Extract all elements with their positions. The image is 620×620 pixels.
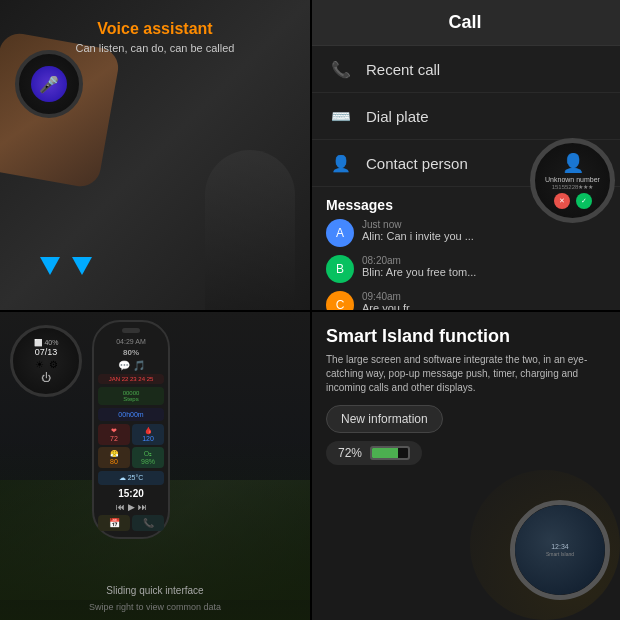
watch-icons-row: ☀ ⚙ — [35, 359, 58, 370]
person-silhouette-icon: 👤 — [562, 152, 584, 174]
voice-title: Voice assistant — [0, 20, 310, 38]
health-tiles: ❤72 🩸120 😤80 O₂98% — [98, 424, 164, 468]
battery-fill — [372, 448, 398, 458]
heart-tile: ❤72 — [98, 424, 130, 445]
calendar-app[interactable]: 📅 — [98, 515, 130, 531]
person-silhouette — [205, 150, 295, 310]
power-icon: ⏻ — [41, 372, 51, 383]
arrow-down-2 — [72, 257, 92, 275]
sliding-label-text: Sliding quick interface — [106, 585, 203, 596]
dial-plate-label: Dial plate — [366, 108, 429, 125]
accept-button[interactable]: ✓ — [576, 193, 592, 209]
prev-icon[interactable]: ⏮ — [116, 502, 125, 512]
watch-icons-row2: ⏻ — [41, 372, 51, 383]
decline-button[interactable]: ✕ — [554, 193, 570, 209]
sliding-interface-panel: ⬜ 40% 07/13 ☀ ⚙ ⏻ 04:29 AM 80% 💬 🎵 — [0, 310, 310, 620]
phone-app[interactable]: 📞 — [132, 515, 164, 531]
phone-app-icons: 💬 🎵 — [98, 360, 164, 371]
weather-icon: ☀ — [35, 359, 44, 370]
steps-tile: 00000Steps — [98, 387, 164, 405]
battery-percentage: 72% — [338, 446, 362, 460]
smart-island-title: Smart Island function — [326, 326, 604, 347]
music-icon: 🎵 — [133, 360, 145, 371]
contact-label: Contact person — [366, 155, 468, 172]
watch-face-small: ⬜ 40% 07/13 ☀ ⚙ ⏻ — [10, 325, 82, 397]
smart-island-panel: Smart Island function The large screen a… — [310, 310, 620, 620]
settings-icon: ⚙ — [49, 359, 58, 370]
spo2-tile: O₂98% — [132, 447, 164, 468]
msg-content-3: 09:40am Are you fr... — [362, 291, 604, 310]
msg-time-3: 09:40am — [362, 291, 604, 302]
call-header: Call — [310, 0, 620, 46]
watch-island-text: 12:34 Smart Island — [546, 542, 574, 558]
media-controls: ⏮ ▶ ⏭ — [98, 502, 164, 512]
phone-number: 15155228★★★ — [552, 183, 594, 190]
voice-assistant-panel: 🎤 Voice assistant Can listen, can do, ca… — [0, 0, 310, 310]
battery-bar — [370, 446, 410, 460]
mic-icon: 🎤 — [31, 66, 67, 102]
phone-battery-pct: 80% — [98, 348, 164, 357]
phone-icon: 📞 — [330, 58, 352, 80]
swipe-label-text: Swipe right to view common data — [89, 602, 221, 612]
play-icon[interactable]: ▶ — [128, 502, 135, 512]
dialpad-icon: ⌨️ — [330, 105, 352, 127]
vertical-divider — [310, 0, 312, 620]
voice-subtitle: Can listen, can do, can be called — [0, 42, 310, 54]
call-title: Call — [448, 12, 481, 32]
next-icon[interactable]: ⏭ — [138, 502, 147, 512]
watch-battery: ⬜ 40% — [34, 339, 59, 347]
unknown-number-label: Unknown number — [545, 176, 600, 183]
contact-icon: 👤 — [330, 152, 352, 174]
voice-text-area: Voice assistant Can listen, can do, can … — [0, 20, 310, 54]
duration-tile: 00h00m — [98, 408, 164, 421]
watch-circle: 🎤 — [15, 50, 83, 118]
stress-tile: 😤80 — [98, 447, 130, 468]
smart-island-content: Smart Island function The large screen a… — [326, 326, 604, 465]
swipe-label: Swipe right to view common data — [0, 596, 310, 614]
msg-text-3: Are you fr... — [362, 302, 604, 310]
battery-indicator: 72% — [326, 441, 422, 465]
msg-avatar-3: C — [326, 291, 354, 310]
msg-item-3: C 09:40am Are you fr... — [326, 291, 604, 310]
call-watch-display: 👤 Unknown number 15155228★★★ ✕ ✓ — [525, 80, 620, 280]
watch-date: 07/13 — [35, 347, 58, 357]
phone-time-label: 04:29 AM — [98, 338, 164, 345]
call-panel: Call 📞 Recent call ⌨️ Dial plate 👤 Conta… — [310, 0, 620, 310]
footer-time: 15:20 — [98, 488, 164, 499]
watch-bezel: 👤 Unknown number 15155228★★★ ✕ ✓ — [530, 138, 615, 223]
new-info-pill: New information — [326, 405, 443, 433]
phone-notch — [122, 328, 140, 333]
chat-icon: 💬 — [118, 360, 130, 371]
phone-ui-strip: 04:29 AM 80% 💬 🎵 JAN 22 23 24 25 00000St… — [92, 320, 170, 539]
arrows-container — [40, 257, 92, 275]
watch-island-face: 12:34 Smart Island — [515, 505, 605, 595]
msg-avatar-2: B — [326, 255, 354, 283]
weather-tile: ☁ 25°C — [98, 471, 164, 485]
msg-avatar-1: A — [326, 219, 354, 247]
bottom-app-tiles: 📅 📞 — [98, 515, 164, 531]
calendar-tile: JAN 22 23 24 25 — [98, 374, 164, 384]
battery-tip — [409, 451, 410, 459]
call-action-buttons: ✕ ✓ — [554, 193, 592, 209]
smart-watch-display: 12:34 Smart Island — [510, 500, 610, 600]
arrow-down-1 — [40, 257, 60, 275]
recent-call-label: Recent call — [366, 61, 440, 78]
smart-island-description: The large screen and software integrate … — [326, 353, 604, 395]
bp-tile: 🩸120 — [132, 424, 164, 445]
